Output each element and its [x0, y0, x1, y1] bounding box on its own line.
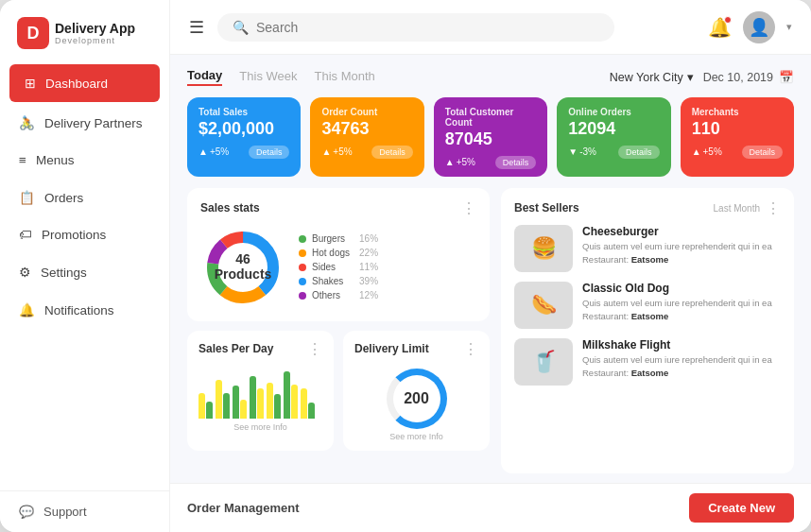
- seller-desc: Quis autem vel eum iure reprehenderit qu…: [582, 353, 781, 366]
- stat-label: Merchants: [692, 107, 783, 117]
- stat-footer: ▲ +5% Details: [321, 146, 412, 159]
- avatar-caret-icon[interactable]: ▾: [786, 21, 792, 33]
- panel-menu-icon[interactable]: ⋮: [307, 340, 322, 358]
- city-selector[interactable]: New York City ▾: [610, 70, 694, 84]
- panel-menu-icon[interactable]: ⋮: [461, 199, 476, 217]
- seller-item-1: 🍔 Cheeseburger Quis autem vel eum iure r…: [514, 225, 781, 272]
- seller-info: Cheeseburger Quis autem vel eum iure rep…: [582, 225, 781, 265]
- menu-icon[interactable]: ☰: [189, 17, 204, 38]
- bar: [216, 380, 222, 419]
- bar-group: [216, 380, 230, 419]
- sidebar-item-label: Menus: [36, 153, 75, 167]
- best-sellers-panel: Best Sellers Last Month ⋮ 🍔 Cheeseburger…: [501, 188, 794, 473]
- sidebar-item-notifications[interactable]: 🔔 Notifications: [0, 291, 169, 329]
- legend-name: Sides: [312, 262, 336, 272]
- stat-value: 87045: [445, 129, 536, 150]
- stat-details-btn[interactable]: Details: [495, 156, 537, 169]
- legend-dot: [299, 292, 306, 300]
- stat-change: ▲ +5%: [321, 146, 352, 157]
- sidebar-item-label: Notifications: [44, 303, 114, 317]
- legend-dot: [299, 264, 306, 271]
- seller-image: 🥤: [514, 338, 573, 386]
- main-area: ☰ 🔍 🔔 👤 ▾ Today This Week Th: [170, 0, 811, 532]
- best-sellers-menu-icon[interactable]: ⋮: [766, 199, 781, 217]
- stat-value: 34763: [321, 119, 412, 140]
- gauge-wrap: 200: [354, 366, 478, 432]
- stat-cards: Total Sales $2,00,000 ▲ +5% Details Orde…: [187, 97, 794, 177]
- tab-this-week[interactable]: This Week: [239, 69, 297, 85]
- panel-menu-icon[interactable]: ⋮: [463, 340, 478, 358]
- left-panels: Sales stats ⋮: [187, 188, 490, 473]
- donut-value: 46: [215, 251, 272, 267]
- stat-value: 110: [692, 119, 783, 140]
- seller-name: Milkshake Flight: [582, 338, 781, 352]
- content-area: Today This Week This Month New York City…: [170, 55, 811, 483]
- date-value: Dec 10, 2019: [703, 71, 773, 84]
- stat-details-btn[interactable]: Details: [371, 146, 413, 159]
- bar-group: [267, 383, 281, 419]
- sidebar-item-menus[interactable]: ≡ Menus: [0, 142, 169, 179]
- panel-header: Delivery Limit ⋮: [354, 340, 478, 358]
- stat-details-btn[interactable]: Details: [742, 146, 784, 159]
- stat-details-btn[interactable]: Details: [249, 146, 290, 159]
- sidebar-item-settings[interactable]: ⚙ Settings: [0, 253, 169, 291]
- bar: [223, 393, 230, 419]
- sidebar-item-delivery-partners[interactable]: 🚴 Delivery Partners: [0, 104, 169, 142]
- panel-title: Sales Per Day: [198, 342, 273, 355]
- date-display: Dec 10, 2019 📅: [703, 70, 794, 84]
- bar: [257, 388, 264, 419]
- avatar[interactable]: 👤: [743, 11, 775, 43]
- sidebar-support[interactable]: 💬 Support: [0, 490, 169, 532]
- brand-sub: Development: [55, 36, 135, 45]
- legend-name: Shakes: [312, 276, 343, 286]
- seller-info: Milkshake Flight Quis autem vel eum iure…: [582, 338, 781, 378]
- sidebar-item-promotions[interactable]: 🏷 Promotions: [0, 216, 169, 253]
- donut-chart: 46 Products: [200, 225, 285, 310]
- gauge-value: 200: [404, 390, 429, 407]
- sidebar-item-orders[interactable]: 📋 Orders: [0, 179, 169, 216]
- stat-footer: ▼ -3% Details: [568, 146, 659, 159]
- create-new-button[interactable]: Create New: [689, 493, 794, 523]
- legend-item: Shakes 39%: [299, 276, 378, 286]
- stat-card-total-sales: Total Sales $2,00,000 ▲ +5% Details: [187, 97, 301, 177]
- bar: [198, 393, 205, 419]
- seller-restaurant: Restaurant: Eatsome: [582, 311, 781, 321]
- panel-title: Delivery Limit: [354, 342, 429, 355]
- notification-bell[interactable]: 🔔: [708, 16, 732, 39]
- tab-this-month[interactable]: This Month: [315, 69, 375, 85]
- legend: Burgers 16% Hot dogs 22%: [299, 233, 378, 300]
- stat-details-btn[interactable]: Details: [618, 146, 660, 159]
- search-input[interactable]: [256, 20, 599, 35]
- sidebar: D Delivery App Development ⊞ Dashboard 🚴…: [0, 0, 170, 532]
- logo-icon: D: [17, 17, 49, 49]
- legend-item: Burgers 16%: [299, 233, 378, 244]
- logo-text: Delivery App Development: [55, 21, 135, 45]
- calendar-icon[interactable]: 📅: [779, 70, 794, 84]
- legend-dot: [299, 278, 306, 285]
- bar-group: [198, 393, 213, 419]
- donut-center: 46 Products: [215, 251, 272, 283]
- orders-icon: 📋: [19, 190, 35, 205]
- search-bar: 🔍: [217, 13, 614, 42]
- sidebar-item-label: Settings: [41, 266, 87, 280]
- bar-group: [301, 388, 315, 419]
- sidebar-nav: ⊞ Dashboard 🚴 Delivery Partners ≡ Menus …: [0, 59, 169, 490]
- last-month-label: Last Month: [714, 203, 760, 214]
- legend-pct: 39%: [355, 276, 378, 286]
- support-label: Support: [43, 505, 87, 519]
- seller-info: Classic Old Dog Quis autem vel eum iure …: [582, 282, 781, 321]
- date-row: Today This Week This Month New York City…: [187, 68, 794, 86]
- sales-stats-panel: Sales stats ⋮: [187, 188, 490, 321]
- sidebar-item-dashboard[interactable]: ⊞ Dashboard: [9, 64, 160, 102]
- sales-stats-body: 46 Products Burgers 16%: [200, 225, 476, 310]
- bottom-panels: Sales Per Day ⋮ See more Info Delivery L…: [187, 331, 490, 451]
- sidebar-item-label: Promotions: [42, 228, 106, 242]
- bar-chart: [198, 366, 322, 419]
- topbar: ☰ 🔍 🔔 👤 ▾: [170, 0, 811, 55]
- bar: [240, 400, 247, 419]
- date-tabs: Today This Week This Month: [187, 68, 610, 86]
- order-management-label: Order Management: [187, 501, 299, 515]
- sales-per-day-panel: Sales Per Day ⋮ See more Info: [187, 331, 334, 451]
- tab-today[interactable]: Today: [187, 68, 222, 86]
- bar-group: [233, 386, 247, 418]
